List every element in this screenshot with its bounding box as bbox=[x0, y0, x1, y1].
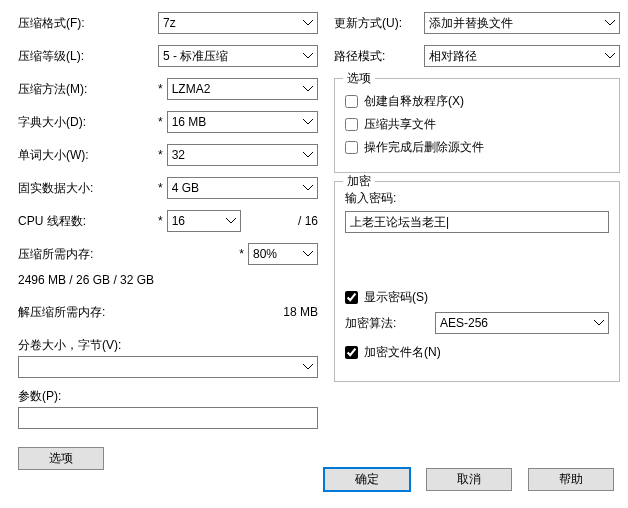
level-select[interactable]: 5 - 标准压缩 bbox=[158, 45, 318, 67]
cancel-button[interactable]: 取消 bbox=[426, 468, 512, 491]
param-label: 参数(P): bbox=[18, 388, 318, 405]
mem-compress-select[interactable]: 80% bbox=[248, 243, 318, 265]
threads-label: CPU 线程数: bbox=[18, 213, 158, 230]
solid-label: 固实数据大小: bbox=[18, 180, 158, 197]
shared-label: 压缩共享文件 bbox=[364, 116, 436, 133]
dict-more-icon: * bbox=[158, 115, 163, 129]
show-password-label: 显示密码(S) bbox=[364, 289, 428, 306]
format-label: 压缩格式(F): bbox=[18, 15, 158, 32]
mem-compress-detail: 2496 MB / 26 GB / 32 GB bbox=[18, 273, 154, 287]
threads-more-icon: * bbox=[158, 214, 163, 228]
param-input[interactable] bbox=[18, 407, 318, 429]
password-input[interactable] bbox=[345, 211, 609, 233]
word-more-icon: * bbox=[158, 148, 163, 162]
shared-checkbox[interactable] bbox=[345, 118, 358, 131]
dict-label: 字典大小(D): bbox=[18, 114, 158, 131]
algo-label: 加密算法: bbox=[345, 315, 435, 332]
mem-compress-label: 压缩所需内存: bbox=[18, 246, 239, 263]
mem-more-icon: * bbox=[239, 247, 244, 261]
method-label: 压缩方法(M): bbox=[18, 81, 158, 98]
algo-select[interactable]: AES-256 bbox=[435, 312, 609, 334]
format-select[interactable]: 7z bbox=[158, 12, 318, 34]
word-label: 单词大小(W): bbox=[18, 147, 158, 164]
encrypt-legend: 加密 bbox=[343, 173, 375, 190]
path-label: 路径模式: bbox=[334, 48, 424, 65]
options-group: 选项 创建自释放程序(X) 压缩共享文件 操作完成后删除源文件 bbox=[334, 78, 620, 173]
word-select[interactable]: 32 bbox=[167, 144, 318, 166]
mem-decompress-value: 18 MB bbox=[258, 305, 318, 319]
options-legend: 选项 bbox=[343, 70, 375, 87]
volume-label: 分卷大小，字节(V): bbox=[18, 337, 318, 354]
update-label: 更新方式(U): bbox=[334, 15, 424, 32]
ok-button[interactable]: 确定 bbox=[324, 468, 410, 491]
encrypt-names-checkbox[interactable] bbox=[345, 346, 358, 359]
encrypt-group: 加密 输入密码: 显示密码(S) 加密算法: AES-256 加密文件名(N) bbox=[334, 181, 620, 382]
sfx-label: 创建自释放程序(X) bbox=[364, 93, 464, 110]
show-password-checkbox[interactable] bbox=[345, 291, 358, 304]
solid-more-icon: * bbox=[158, 181, 163, 195]
update-select[interactable]: 添加并替换文件 bbox=[424, 12, 620, 34]
level-label: 压缩等级(L): bbox=[18, 48, 158, 65]
delete-checkbox[interactable] bbox=[345, 141, 358, 154]
password-label: 输入密码: bbox=[345, 190, 609, 207]
method-select[interactable]: LZMA2 bbox=[167, 78, 318, 100]
method-more-icon: * bbox=[158, 82, 163, 96]
path-select[interactable]: 相对路径 bbox=[424, 45, 620, 67]
dict-select[interactable]: 16 MB bbox=[167, 111, 318, 133]
mem-decompress-label: 解压缩所需内存: bbox=[18, 304, 258, 321]
encrypt-names-label: 加密文件名(N) bbox=[364, 344, 441, 361]
options-button[interactable]: 选项 bbox=[18, 447, 104, 470]
threads-select[interactable]: 16 bbox=[167, 210, 241, 232]
help-button[interactable]: 帮助 bbox=[528, 468, 614, 491]
volume-select[interactable] bbox=[18, 356, 318, 378]
threads-total: / 16 bbox=[298, 214, 318, 228]
delete-label: 操作完成后删除源文件 bbox=[364, 139, 484, 156]
solid-select[interactable]: 4 GB bbox=[167, 177, 318, 199]
sfx-checkbox[interactable] bbox=[345, 95, 358, 108]
